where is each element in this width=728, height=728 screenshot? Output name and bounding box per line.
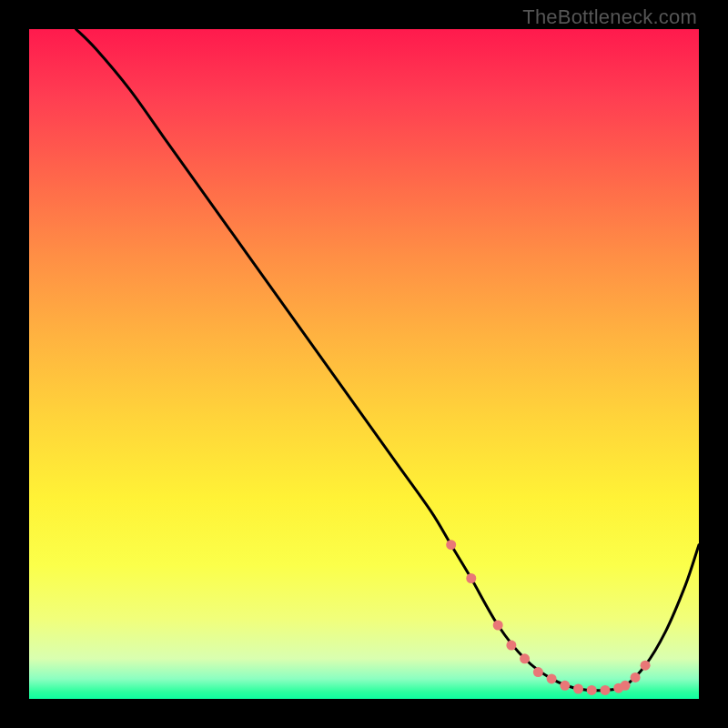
chart-svg xyxy=(29,29,699,699)
highlight-markers xyxy=(446,540,650,695)
marker-dot xyxy=(533,667,543,677)
marker-dot xyxy=(446,540,456,550)
marker-dot xyxy=(621,681,631,691)
watermark-text: TheBottleneck.com xyxy=(522,5,697,29)
marker-dot xyxy=(601,685,611,695)
marker-dot xyxy=(506,641,516,651)
marker-dot xyxy=(587,685,597,695)
marker-dot xyxy=(493,621,503,631)
chart-frame: TheBottleneck.com xyxy=(0,0,728,728)
plot-area xyxy=(29,29,699,699)
marker-dot xyxy=(631,672,641,682)
marker-dot xyxy=(560,681,570,691)
marker-dot xyxy=(641,661,651,671)
marker-dot xyxy=(547,673,557,683)
marker-dot xyxy=(520,653,530,663)
marker-dot xyxy=(466,573,476,583)
marker-dot xyxy=(573,684,583,694)
bottleneck-curve xyxy=(76,29,700,691)
